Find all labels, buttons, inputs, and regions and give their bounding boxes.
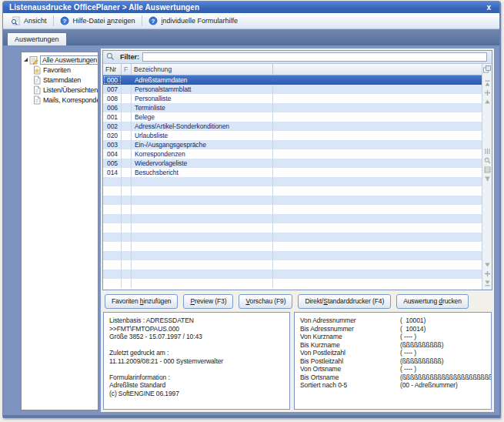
- info-row: Von Ortsname( ---- ): [300, 365, 486, 373]
- scroll-up-icon[interactable]: [484, 99, 491, 106]
- info-line: [109, 341, 284, 350]
- add-row-icon[interactable]: [484, 89, 491, 96]
- filter-funnel-icon[interactable]: [484, 176, 491, 183]
- table-row[interactable]: [103, 196, 482, 205]
- cell-fnr: [103, 186, 122, 196]
- info-label: Von Ortsname: [300, 365, 400, 373]
- app-window: Listenausdrucke OfficePlaner > Alle Ausw…: [2, 1, 501, 418]
- table-row[interactable]: [103, 177, 482, 186]
- table-row[interactable]: [103, 223, 482, 233]
- tab-auswertungen[interactable]: Auswertungen: [7, 32, 67, 45]
- table-row[interactable]: [103, 205, 482, 214]
- table-row[interactable]: [103, 242, 482, 251]
- toolbar-button-hilfe-datei[interactable]: ? Hilfe-Datei anzeigen: [55, 15, 140, 28]
- filter-bar: Filter:: [103, 51, 492, 64]
- column-header-f[interactable]: F: [122, 64, 132, 75]
- cell-f: [122, 112, 132, 122]
- preview-button[interactable]: Preview (F3): [183, 294, 233, 309]
- cell-f: [122, 205, 132, 214]
- page-icon: [32, 75, 42, 85]
- cell-f: [122, 186, 132, 196]
- cell-extra: [273, 177, 482, 186]
- table-row[interactable]: 000 Adreßstammdaten: [103, 75, 482, 85]
- table-row[interactable]: 008 Personalliste: [103, 94, 482, 103]
- info-line: Listenbasis : ADRESSDATEN: [109, 316, 284, 325]
- cell-extra: [273, 85, 482, 94]
- cell-f: [122, 159, 132, 168]
- expander-icon[interactable]: [24, 58, 28, 62]
- cell-bezeichnung: [132, 223, 273, 233]
- info-label: Bis Postleitzahl: [300, 357, 400, 366]
- filter-input[interactable]: [142, 52, 487, 62]
- table-row[interactable]: 020 Urlaubsliste: [103, 131, 482, 140]
- table-row[interactable]: [103, 260, 482, 270]
- scroll-bottom-icon[interactable]: [484, 280, 491, 286]
- tab-bar: Auswertungen: [3, 29, 499, 45]
- cell-f: [122, 85, 132, 94]
- cell-fnr: [103, 279, 122, 288]
- table-row[interactable]: [103, 214, 482, 223]
- column-header-extra[interactable]: [273, 64, 482, 75]
- column-header-fnr[interactable]: FNr: [103, 64, 122, 75]
- column-chooser-icon[interactable]: [483, 65, 491, 73]
- table-row[interactable]: 002 Adress/Artikel-Sonderkonditionen: [103, 122, 482, 131]
- table-view-icon[interactable]: [484, 166, 491, 173]
- cell-bezeichnung: [132, 177, 273, 186]
- table-row[interactable]: [103, 233, 482, 242]
- cell-fnr: 003: [103, 140, 122, 149]
- toolbar-button-formularhilfe[interactable]: ? individuelle Formularhilfe: [144, 15, 243, 28]
- cell-f: [122, 177, 132, 186]
- zoom-icon[interactable]: [484, 157, 491, 164]
- column-header-bezeichnung[interactable]: Bezeichnung: [132, 64, 273, 75]
- add-favorites-button[interactable]: Favoriten hinzufügen: [105, 294, 178, 309]
- info-panel-right: Von Adressnummer( 10001)Bis Adressnummer…: [294, 312, 492, 410]
- print-report-button[interactable]: Auswertung drucken: [396, 294, 469, 309]
- scroll-down-icon[interactable]: [484, 261, 491, 268]
- cell-extra: [273, 75, 482, 85]
- table-row[interactable]: [103, 279, 482, 288]
- table-row[interactable]: 007 Personalstammblatt: [103, 85, 482, 94]
- view-icon: [11, 16, 20, 25]
- grid-side-rail: [482, 64, 492, 290]
- info-label: Bis Kurzname: [300, 341, 400, 350]
- cell-f: [122, 270, 132, 279]
- table-row[interactable]: 001 Belege: [103, 112, 482, 122]
- table-row[interactable]: 005 Wiedervorlageliste: [103, 159, 482, 168]
- tree-item-alle-auswertungen[interactable]: Alle Auswertungen: [22, 55, 98, 65]
- info-label: Bis Ortsname: [300, 373, 400, 382]
- tree-item-stammdaten[interactable]: Stammdaten: [22, 75, 98, 85]
- table-row[interactable]: 006 Terminliste: [103, 103, 482, 112]
- cell-extra: [273, 223, 482, 233]
- page-icon: [32, 85, 42, 95]
- scroll-top-icon[interactable]: [484, 80, 491, 87]
- vorschau-button[interactable]: Vorschau (F9): [239, 294, 292, 309]
- direct-print-button[interactable]: Direkt/Standarddrucker (F4): [298, 294, 391, 309]
- add-row-icon[interactable]: [484, 270, 491, 277]
- info-value: ( ---- ): [400, 333, 416, 341]
- table-row[interactable]: 004 Korrespondenzen: [103, 149, 482, 159]
- table-row[interactable]: 014 Besuchsbericht: [103, 168, 482, 177]
- tree-item-favoriten[interactable]: Favoriten: [22, 65, 98, 75]
- window-title: Listenausdrucke OfficePlaner > Alle Ausw…: [9, 2, 484, 13]
- table-row[interactable]: [103, 270, 482, 279]
- toolbar-button-ansicht[interactable]: Ansicht: [6, 15, 52, 28]
- info-line: 11.11.2009/08:21 - 000 Systemverwalter: [109, 357, 284, 366]
- help-icon: ?: [60, 16, 69, 25]
- tree-item-label: Mails, Korrespondenzen: [43, 96, 98, 104]
- cell-bezeichnung: Adreßstammdaten: [132, 75, 273, 85]
- columns-icon[interactable]: [484, 148, 491, 155]
- cell-extra: [273, 196, 482, 205]
- search-icon: [106, 52, 115, 62]
- table-row[interactable]: 003 Ein-/Ausgangsgespräche: [103, 140, 482, 149]
- cell-extra: [273, 168, 482, 177]
- table-row[interactable]: [103, 186, 482, 196]
- info-row: Von Postleitzahl( ---- ): [300, 349, 486, 357]
- table-row[interactable]: [103, 251, 482, 260]
- info-label: Von Adressnummer: [300, 316, 400, 325]
- close-button[interactable]: x: [484, 3, 493, 12]
- help-icon: ?: [149, 16, 158, 25]
- tree-item-listen-uebersichten[interactable]: Listen/Übersichten: [22, 85, 98, 95]
- info-value: (ßßßßßßßßßß): [400, 357, 443, 366]
- cell-bezeichnung: [132, 242, 273, 251]
- tree-item-mails-korrespondenzen[interactable]: Mails, Korrespondenzen: [22, 95, 98, 105]
